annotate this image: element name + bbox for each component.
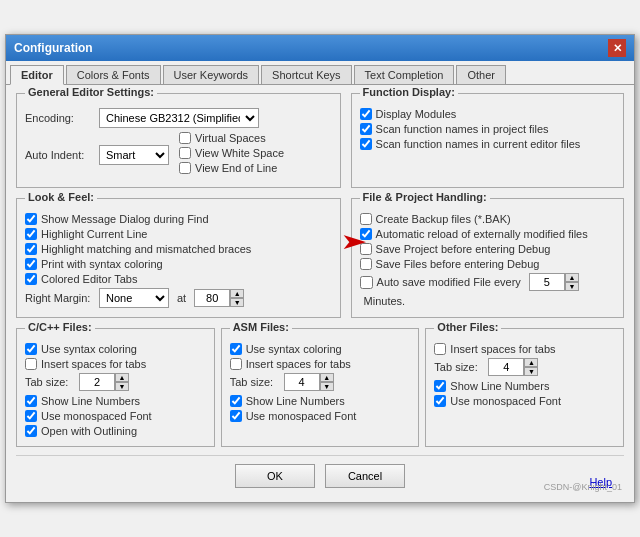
auto-indent-select[interactable]: Smart	[99, 145, 169, 165]
view-white-space-checkbox[interactable]	[179, 147, 191, 159]
cpp-tab-size-row: Tab size: ▲ ▼	[25, 373, 206, 391]
other-mono-font-checkbox[interactable]	[434, 395, 446, 407]
print-syntax-checkbox[interactable]	[25, 258, 37, 270]
auto-save-suffix: Minutes.	[364, 295, 406, 307]
dialog-title: Configuration	[14, 41, 93, 55]
cpp-syntax-checkbox[interactable]	[25, 343, 37, 355]
create-backup-checkbox[interactable]	[360, 213, 372, 225]
tab-other[interactable]: Other	[456, 65, 506, 84]
other-line-numbers-label: Show Line Numbers	[450, 380, 549, 392]
highlight-current-row: Highlight Current Line	[25, 228, 332, 240]
view-end-of-line-checkbox[interactable]	[179, 162, 191, 174]
asm-tab-size-up[interactable]: ▲	[320, 373, 334, 382]
cpp-syntax-label: Use syntax coloring	[41, 343, 137, 355]
asm-files-section: ASM Files: Use syntax coloring Insert sp…	[221, 328, 420, 447]
tab-colors-fonts[interactable]: Colors & Fonts	[66, 65, 161, 84]
scan-project-label: Scan function names in project files	[376, 123, 549, 135]
ok-button[interactable]: OK	[235, 464, 315, 488]
highlight-matching-label: Highlight matching and mismatched braces	[41, 243, 251, 255]
asm-syntax-row: Use syntax coloring	[230, 343, 411, 355]
highlight-matching-row: Highlight matching and mismatched braces	[25, 243, 332, 255]
other-files-label: Other Files:	[434, 321, 501, 333]
other-insert-spaces-row: Insert spaces for tabs	[434, 343, 615, 355]
other-insert-spaces-checkbox[interactable]	[434, 343, 446, 355]
asm-insert-spaces-checkbox[interactable]	[230, 358, 242, 370]
auto-reload-row: Automatic reload of externally modified …	[360, 228, 615, 240]
close-button[interactable]: ✕	[608, 39, 626, 57]
highlight-current-checkbox[interactable]	[25, 228, 37, 240]
encoding-select[interactable]: Chinese GB2312 (Simplified)	[99, 108, 259, 128]
auto-save-up-button[interactable]: ▲	[565, 273, 579, 282]
cpp-insert-spaces-label: Insert spaces for tabs	[41, 358, 146, 370]
tab-user-keywords[interactable]: User Keywords	[163, 65, 260, 84]
tab-editor[interactable]: Editor	[10, 65, 64, 85]
asm-tab-size-input[interactable]	[284, 373, 320, 391]
general-settings-label: General Editor Settings:	[25, 86, 157, 98]
cpp-tab-size-input[interactable]	[79, 373, 115, 391]
other-tab-size-up[interactable]: ▲	[524, 358, 538, 367]
cancel-button[interactable]: Cancel	[325, 464, 405, 488]
auto-save-checkbox[interactable]	[360, 276, 373, 289]
colored-tabs-row: Colored Editor Tabs	[25, 273, 332, 285]
auto-indent-row: Auto Indent: Smart Virtual Spaces View W…	[25, 132, 332, 177]
cpp-outlining-checkbox[interactable]	[25, 425, 37, 437]
asm-syntax-checkbox[interactable]	[230, 343, 242, 355]
other-tab-size-spinner-buttons: ▲ ▼	[524, 358, 538, 376]
scan-current-label: Scan function names in current editor fi…	[376, 138, 581, 150]
asm-line-numbers-checkbox[interactable]	[230, 395, 242, 407]
watermark: CSDN-@Knight_01	[544, 482, 622, 492]
display-modules-checkbox[interactable]	[360, 108, 372, 120]
auto-save-down-button[interactable]: ▼	[565, 282, 579, 291]
asm-line-numbers-row: Show Line Numbers	[230, 395, 411, 407]
cpp-mono-font-checkbox[interactable]	[25, 410, 37, 422]
other-tab-size-input[interactable]	[488, 358, 524, 376]
highlight-matching-checkbox[interactable]	[25, 243, 37, 255]
virtual-spaces-checkbox[interactable]	[179, 132, 191, 144]
general-settings-section: General Editor Settings: Encoding: Chine…	[16, 93, 341, 188]
asm-tab-size-spinner-buttons: ▲ ▼	[320, 373, 334, 391]
save-files-checkbox[interactable]	[360, 258, 372, 270]
virtual-spaces-row: Virtual Spaces	[179, 132, 284, 144]
show-message-label: Show Message Dialog during Find	[41, 213, 209, 225]
create-backup-label: Create Backup files (*.BAK)	[376, 213, 511, 225]
cpp-insert-spaces-checkbox[interactable]	[25, 358, 37, 370]
asm-tab-size-label: Tab size:	[230, 376, 280, 388]
cpp-line-numbers-checkbox[interactable]	[25, 395, 37, 407]
right-margin-down-button[interactable]: ▼	[230, 298, 244, 307]
asm-mono-font-row: Use monospaced Font	[230, 410, 411, 422]
highlight-current-label: Highlight Current Line	[41, 228, 147, 240]
space-options: Virtual Spaces View White Space View End…	[179, 132, 284, 177]
other-mono-font-label: Use monospaced Font	[450, 395, 561, 407]
asm-mono-font-checkbox[interactable]	[230, 410, 242, 422]
cpp-tab-size-up[interactable]: ▲	[115, 373, 129, 382]
view-end-of-line-row: View End of Line	[179, 162, 284, 174]
cpp-tab-size-down[interactable]: ▼	[115, 382, 129, 391]
cpp-mono-font-label: Use monospaced Font	[41, 410, 152, 422]
cpp-outlining-label: Open with Outlining	[41, 425, 137, 437]
right-margin-value-input[interactable]	[194, 289, 230, 307]
cpp-tab-size-label: Tab size:	[25, 376, 75, 388]
other-tab-size-down[interactable]: ▼	[524, 367, 538, 376]
colored-tabs-checkbox[interactable]	[25, 273, 37, 285]
display-modules-row: Display Modules	[360, 108, 615, 120]
tab-shortcut-keys[interactable]: Shortcut Keys	[261, 65, 351, 84]
encoding-row: Encoding: Chinese GB2312 (Simplified)	[25, 108, 332, 128]
auto-save-value-input[interactable]	[529, 273, 565, 291]
display-modules-label: Display Modules	[376, 108, 457, 120]
view-white-space-row: View White Space	[179, 147, 284, 159]
save-project-row: Save Project before entering Debug	[360, 243, 615, 255]
other-line-numbers-checkbox[interactable]	[434, 380, 446, 392]
tab-text-completion[interactable]: Text Completion	[354, 65, 455, 84]
right-margin-select[interactable]: None	[99, 288, 169, 308]
cpp-files-section: C/C++ Files: Use syntax coloring Insert …	[16, 328, 215, 447]
encoding-label: Encoding:	[25, 112, 95, 124]
asm-insert-spaces-label: Insert spaces for tabs	[246, 358, 351, 370]
title-bar: Configuration ✕	[6, 35, 634, 61]
virtual-spaces-label: Virtual Spaces	[195, 132, 266, 144]
show-message-checkbox[interactable]	[25, 213, 37, 225]
right-margin-up-button[interactable]: ▲	[230, 289, 244, 298]
scan-current-checkbox[interactable]	[360, 138, 372, 150]
asm-tab-size-down[interactable]: ▼	[320, 382, 334, 391]
scan-project-checkbox[interactable]	[360, 123, 372, 135]
cpp-line-numbers-row: Show Line Numbers	[25, 395, 206, 407]
